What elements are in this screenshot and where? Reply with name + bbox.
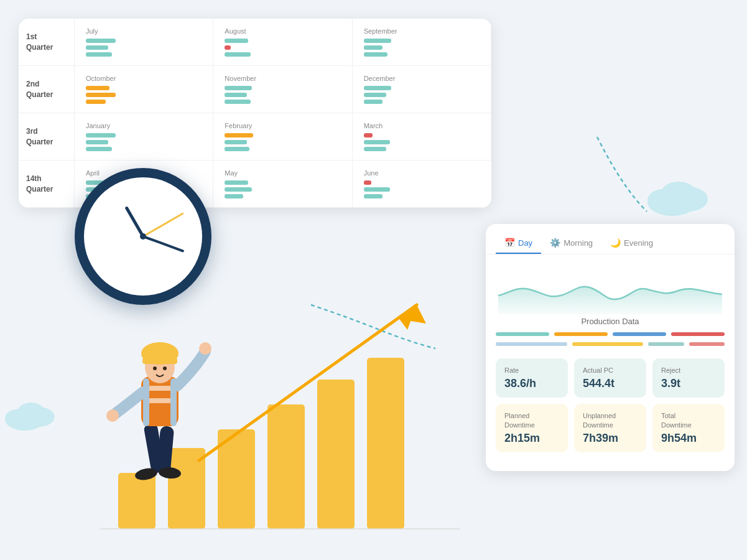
production-card: 📅 Day ⚙️ Morning 🌙 Evening Produ	[486, 224, 735, 471]
bar-1-1-0	[225, 86, 252, 90]
bar-3-1-1	[225, 187, 252, 192]
bar-row-0-2-2	[364, 52, 480, 57]
legend-orange	[554, 332, 608, 336]
production-title: Production Data	[486, 317, 735, 326]
bar-group-0-2	[364, 39, 480, 57]
bar-2-0-0	[86, 133, 116, 138]
month-cell-0-0: July	[75, 19, 213, 66]
svg-marker-17	[407, 305, 426, 324]
svg-point-33	[199, 342, 211, 355]
svg-point-3	[661, 182, 696, 204]
legend-yellow	[572, 342, 644, 346]
bar-row-1-0-1	[86, 93, 202, 97]
svg-rect-10	[218, 429, 255, 529]
bar-1-2-2	[364, 100, 383, 104]
bar-group-1-1	[225, 86, 340, 104]
cloud-top-right	[641, 174, 716, 220]
bar-row-2-2-2	[364, 147, 480, 151]
bar-row-0-1-0	[225, 39, 340, 43]
tab-morning-label: Morning	[564, 238, 593, 248]
month-name-1-1: November	[225, 75, 340, 82]
stats-row-2: PlannedDowntime 2h15m UnplannedDowntime …	[486, 404, 735, 459]
bar-row-1-2-0	[364, 86, 480, 90]
clock-hour-hand	[124, 206, 144, 237]
bar-group-3-2	[364, 180, 480, 198]
bar-1-2-0	[364, 86, 391, 90]
bar-group-1-2	[364, 86, 480, 104]
bar-row-2-0-0	[86, 133, 202, 138]
bar-0-1-2	[225, 52, 251, 57]
bar-2-2-2	[364, 147, 386, 151]
quarter-label-1: 2ndQuarter	[19, 66, 75, 113]
bar-row-3-1-0	[225, 180, 340, 185]
bar-row-1-1-0	[225, 86, 340, 90]
bar-row-2-1-1	[225, 140, 340, 144]
bar-1-2-1	[364, 93, 386, 97]
bar-row-1-1-1	[225, 93, 340, 97]
stat-total-label: TotalDowntime	[661, 411, 716, 429]
stat-planned-downtime: PlannedDowntime 2h15m	[496, 404, 568, 452]
month-cell-2-0: January	[75, 113, 213, 161]
month-name-0-2: September	[364, 27, 480, 35]
bar-0-1-0	[225, 39, 248, 43]
bar-row-2-1-0	[225, 133, 340, 138]
legend-blue	[613, 332, 666, 336]
svg-rect-25	[143, 378, 149, 426]
bar-3-1-0	[225, 180, 248, 185]
svg-rect-30	[142, 358, 177, 364]
month-cell-3-1: May	[213, 161, 352, 208]
bar-row-1-0-2	[86, 100, 202, 104]
bar-row-0-0-2	[86, 52, 202, 57]
bar-2-1-2	[225, 147, 249, 151]
quarter-label-text-3: 14thQuarter	[26, 174, 53, 195]
bar-row-0-2-0	[364, 39, 480, 43]
stat-reject-label: Reject	[661, 366, 716, 375]
bar-1-0-0	[86, 86, 109, 90]
stat-total-value: 9h54m	[661, 432, 716, 445]
stat-total-downtime: TotalDowntime 9h54m	[652, 404, 725, 452]
bar-row-3-2-0	[364, 180, 480, 185]
production-chart	[486, 254, 735, 317]
svg-rect-19	[157, 426, 174, 474]
stat-actual-pc: Actual PC 544.4t	[574, 358, 646, 398]
stat-planned-label: PlannedDowntime	[504, 411, 559, 429]
month-cell-1-2: December	[353, 66, 491, 113]
bar-0-2-0	[364, 39, 391, 43]
bar-row-1-0-0	[86, 86, 202, 90]
legend-red	[671, 332, 725, 336]
tab-morning[interactable]: ⚙️ Morning	[541, 233, 601, 254]
bar-row-1-2-1	[364, 93, 480, 97]
bar-2-0-2	[86, 147, 112, 151]
stat-actual-pc-label: Actual PC	[583, 366, 638, 375]
month-name-0-1: August	[225, 27, 340, 35]
tab-day[interactable]: 📅 Day	[496, 233, 541, 254]
month-cell-0-2: September	[353, 19, 491, 66]
month-cell-2-1: February	[213, 113, 352, 161]
tab-evening[interactable]: 🌙 Evening	[601, 233, 662, 254]
bar-0-0-1	[86, 45, 108, 50]
bar-2-2-1	[364, 140, 390, 144]
bar-1-1-1	[225, 93, 247, 97]
bar-0-0-0	[86, 39, 116, 43]
bar-1-1-2	[225, 100, 251, 104]
clock-second-hand	[142, 212, 183, 237]
month-cell-2-2: March	[353, 113, 491, 161]
bar-row-3-2-2	[364, 194, 480, 198]
quarter-label-text-2: 3rdQuarter	[26, 126, 53, 147]
bar-3-2-2	[364, 194, 383, 198]
bar-row-3-1-2	[225, 194, 340, 198]
stat-planned-value: 2h15m	[504, 432, 559, 445]
bar-row-2-0-2	[86, 147, 202, 151]
bar-2-1-0	[225, 133, 253, 138]
month-name-1-2: December	[364, 75, 480, 82]
bar-group-0-1	[225, 39, 340, 57]
bar-2-0-1	[86, 140, 108, 144]
bar-0-2-1	[364, 45, 383, 50]
quarter-label-text-0: 1stQuarter	[26, 32, 53, 53]
stat-unplanned-downtime: UnplannedDowntime 7h39m	[574, 404, 646, 452]
quarter-label-0: 1stQuarter	[19, 19, 75, 66]
bar-row-0-2-1	[364, 45, 480, 50]
month-name-3-1: May	[225, 169, 340, 177]
stat-unplanned-label: UnplannedDowntime	[583, 411, 638, 429]
quarter-label-2: 3rdQuarter	[19, 113, 75, 161]
